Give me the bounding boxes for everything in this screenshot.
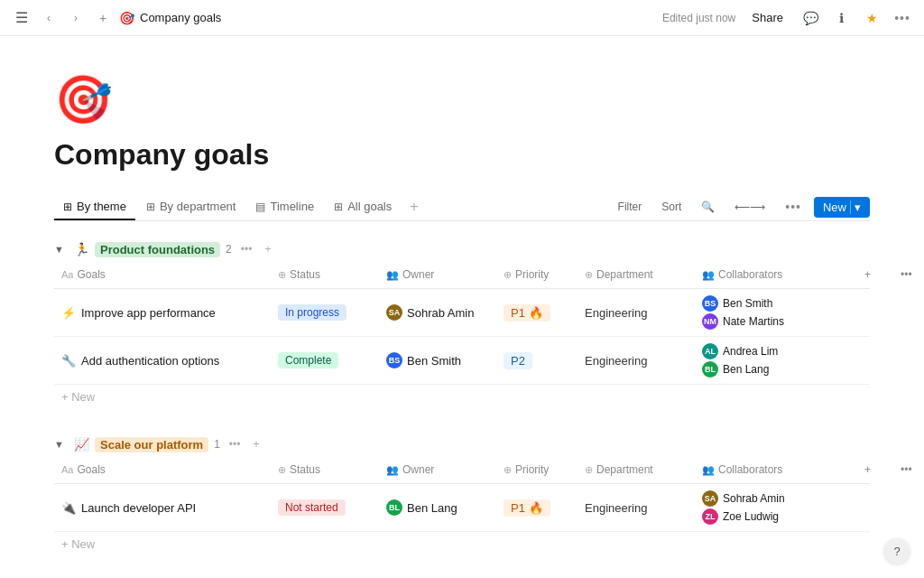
group-toggle-product-foundations[interactable]: ▼ [54,244,69,255]
priority-cell[interactable]: P2 [496,339,578,382]
status-cell[interactable]: Complete [271,339,379,382]
page-header: 🎯 Company goals [54,72,870,172]
col-header-owner: 👥 Owner [379,460,496,480]
goal-name-cell[interactable]: 🔌Launch developer API [54,486,271,529]
page-title: Company goals [54,138,870,172]
collab-name: Ben Smith [723,297,772,310]
status-badge: Complete [278,352,338,368]
new-button-label: New [823,200,846,214]
search-icon[interactable]: 🔍 [694,198,722,216]
more-options-icon[interactable]: ••• [892,7,913,29]
tab-by-theme[interactable]: ⊞ By theme [54,194,135,220]
toolbar-more-icon[interactable]: ••• [778,197,808,217]
col-add[interactable]: + [857,460,893,480]
group-emoji-scale-our-platform: 📈 [74,437,89,452]
group-scale-our-platform: ▼ 📈 Scale our platform 1 ••• + Aa Goals⊕… [54,431,870,556]
tab-by-department[interactable]: ⊞ By department [137,194,245,220]
collaborators-cell: ALAndrea LimBLBen Lang [695,339,857,382]
tab-all-icon: ⊞ [334,200,343,213]
view-options-icon[interactable]: ⟵⟶ [727,198,772,216]
tab-timeline[interactable]: ▤ Timeline [246,194,323,220]
col-options[interactable]: ••• [893,460,924,480]
sort-button[interactable]: Sort [654,198,688,216]
filter-button[interactable]: Filter [611,198,650,216]
add-new-row-button[interactable]: + New [54,385,870,409]
owner-cell[interactable]: SASohrab Amin [379,291,496,334]
priority-badge: P2 [504,352,532,369]
row-options-col [893,291,924,334]
row-add-col [857,291,893,334]
group-more-product-foundations[interactable]: ••• [237,241,256,257]
col-add[interactable]: + [857,265,893,284]
department-cell: Engineering [578,486,695,529]
table-header-scale-our-platform: Aa Goals⊕ Status👥 Owner⊕ Priority⊕ Depar… [54,456,870,484]
table-row[interactable]: 🔌Launch developer APINot startedBLBen La… [54,484,870,532]
row-options-col [893,486,924,529]
col-header-status: ⊕ Status [271,460,379,480]
add-view-icon[interactable]: + [402,193,425,220]
status-badge: Not started [278,499,346,516]
nav-right: Edited just now Share 💬 ℹ ★ ••• [662,7,913,29]
row-add-col [857,486,893,529]
row-options-col [893,339,924,382]
tab-timeline-icon: ▤ [255,200,265,213]
status-cell[interactable]: Not started [271,486,379,529]
main-content: 🎯 Company goals ⊞ By theme ⊞ By departme… [0,36,924,578]
status-badge: In progress [278,304,346,321]
group-add-product-foundations[interactable]: + [261,241,274,257]
col-options[interactable]: ••• [893,265,924,284]
back-icon[interactable]: ‹ [38,7,60,29]
new-button-caret[interactable]: ▾ [850,200,861,214]
col-header-collaborators: 👥 Collaborators [695,265,857,284]
priority-cell[interactable]: P1 🔥 [496,486,578,529]
collab-name: Nate Martins [723,315,784,328]
col-header-department: ⊕ Department [578,460,695,480]
tab-all-goals[interactable]: ⊞ All goals [325,194,401,220]
page-favicon: 🎯 [119,11,134,25]
col-header-goals: Aa Goals [54,460,271,480]
col-header-collaborators: 👥 Collaborators [695,460,857,480]
collaborators-cell: SASohrab AminZLZoe Ludwig [695,486,857,529]
owner-name: Ben Lang [407,501,457,515]
forward-icon[interactable]: › [65,7,87,29]
group-count-product-foundations: 2 [226,243,232,256]
share-button[interactable]: Share [744,9,790,26]
group-header-scale-our-platform[interactable]: ▼ 📈 Scale our platform 1 ••• + [54,431,870,456]
group-name-scale-our-platform: Scale our platform [95,437,208,452]
group-product-foundations: ▼ 🏃 Product foundations 2 ••• + Aa Goals… [54,236,870,409]
collab-avatar: NM [702,313,718,330]
add-new-row-button[interactable]: + New [54,532,870,556]
col-header-owner: 👥 Owner [379,265,496,284]
help-button[interactable]: ? [884,538,910,564]
edit-status: Edited just now [662,12,735,24]
collaborator: BSBen Smith [702,295,784,312]
group-toggle-scale-our-platform[interactable]: ▼ [54,439,69,450]
goal-name-cell[interactable]: 🔧Add authentication options [54,339,271,382]
collab-avatar: SA [702,490,718,507]
new-page-icon[interactable]: + [92,7,114,29]
collaborators-cell: BSBen SmithNMNate Martins [695,291,857,334]
owner-avatar: BL [386,499,402,516]
tab-dept-icon: ⊞ [146,200,155,213]
nav-left: ☰ ‹ › + 🎯 Company goals [11,7,221,29]
info-icon[interactable]: ℹ [830,7,852,29]
owner-cell[interactable]: BSBen Smith [379,339,496,382]
menu-icon[interactable]: ☰ [11,7,32,29]
new-button[interactable]: New ▾ [814,197,870,218]
table-scale-our-platform: Aa Goals⊕ Status👥 Owner⊕ Priority⊕ Depar… [54,456,870,532]
page-emoji: 🎯 [54,72,870,127]
goal-name-cell[interactable]: ⚡Improve app performance [54,291,271,334]
group-more-scale-our-platform[interactable]: ••• [226,436,245,452]
tab-all-label: All goals [347,200,392,213]
table-row[interactable]: 🔧Add authentication optionsCompleteBSBen… [54,337,870,385]
star-icon[interactable]: ★ [861,7,882,29]
group-add-scale-our-platform[interactable]: + [249,436,263,452]
table-row[interactable]: ⚡Improve app performanceIn progressSASoh… [54,289,870,337]
col-header-goals: Aa Goals [54,265,271,284]
comment-icon[interactable]: 💬 [799,7,821,29]
status-cell[interactable]: In progress [271,291,379,334]
view-tabs: ⊞ By theme ⊞ By department ▤ Timeline ⊞ … [54,193,870,221]
group-header-product-foundations[interactable]: ▼ 🏃 Product foundations 2 ••• + [54,236,870,261]
priority-cell[interactable]: P1 🔥 [496,291,578,334]
owner-cell[interactable]: BLBen Lang [379,486,496,529]
